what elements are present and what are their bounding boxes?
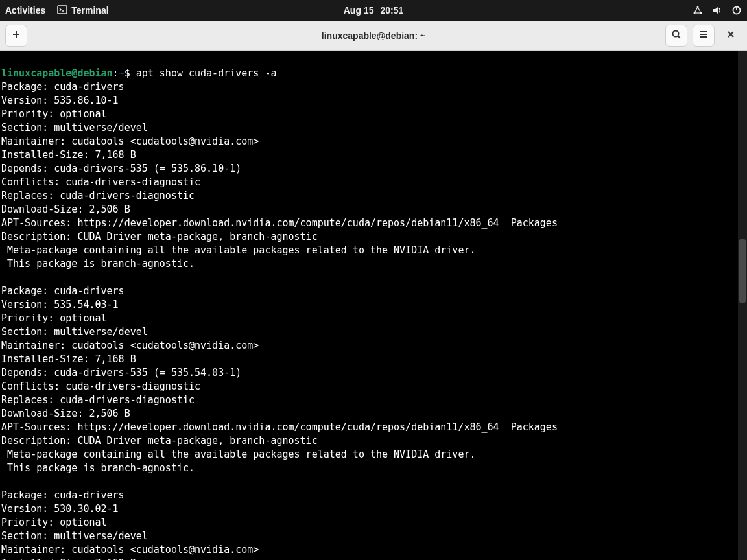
command-output: Package: cuda-drivers Version: 535.86.10… (1, 81, 558, 560)
svg-point-12 (673, 30, 679, 36)
running-app-indicator[interactable]: Terminal (57, 5, 108, 17)
system-status-area[interactable] (693, 5, 742, 16)
close-window-button[interactable] (720, 25, 742, 47)
svg-line-13 (678, 36, 681, 38)
header-right (665, 25, 742, 47)
terminal-viewport[interactable]: linuxcapable@debian:~$ apt show cuda-dri… (0, 51, 747, 560)
new-tab-button[interactable] (5, 25, 27, 47)
gnome-top-bar: Activities Terminal Aug 15 20:51 (0, 0, 747, 21)
volume-icon (712, 5, 722, 16)
power-icon (731, 5, 742, 16)
search-icon (671, 29, 682, 42)
scrollbar-thumb[interactable] (739, 239, 746, 303)
clock-time: 20:51 (380, 5, 403, 16)
search-button[interactable] (665, 25, 687, 47)
prompt-user-host: linuxcapable@debian (1, 67, 113, 79)
prompt-path: ~ (119, 67, 124, 79)
window-title: linuxcapable@debian: ~ (322, 30, 425, 41)
svg-line-6 (698, 7, 701, 13)
terminal-header-bar: linuxcapable@debian: ~ (0, 21, 747, 51)
prompt-colon: : (113, 67, 119, 79)
network-icon (693, 5, 703, 16)
clock[interactable]: Aug 15 20:51 (344, 5, 404, 16)
top-bar-left: Activities Terminal (5, 5, 109, 17)
terminal-text[interactable]: linuxcapable@debian:~$ apt show cuda-dri… (1, 67, 746, 560)
hamburger-menu-button[interactable] (693, 25, 715, 47)
prompt-dollar: $ (124, 67, 130, 79)
terminal-icon (57, 5, 67, 17)
scrollbar-track[interactable] (738, 51, 747, 560)
clock-date: Aug 15 (344, 5, 374, 16)
plus-icon (11, 29, 21, 42)
typed-command: apt show cuda-drivers -a (130, 67, 277, 79)
hamburger-icon (698, 29, 709, 42)
running-app-name: Terminal (71, 5, 108, 16)
svg-rect-0 (58, 6, 67, 14)
activities-button[interactable]: Activities (5, 5, 45, 16)
svg-line-5 (694, 7, 698, 13)
close-icon (726, 30, 735, 41)
